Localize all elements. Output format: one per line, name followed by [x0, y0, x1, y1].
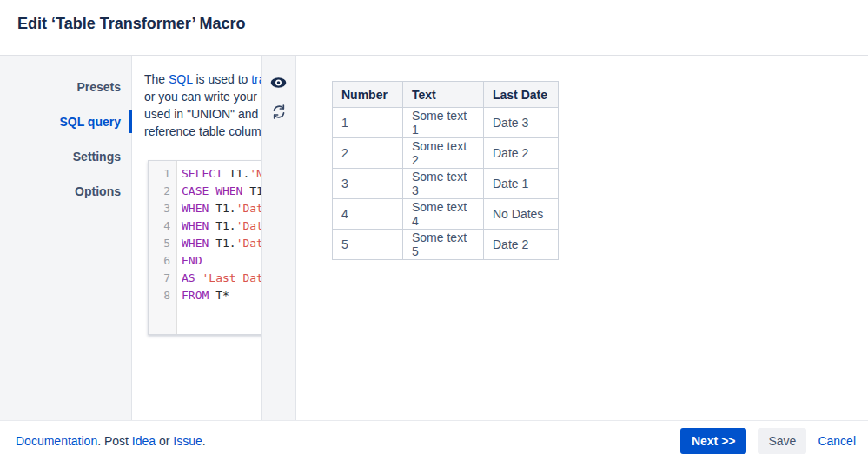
table-cell: Date 2: [484, 230, 559, 260]
sidebar-item-label: Options: [75, 184, 121, 198]
code-token: 'Date 2': [236, 219, 261, 232]
inline-link[interactable]: transform: [251, 72, 261, 86]
line-number: 5: [149, 235, 176, 252]
line-number: 4: [149, 217, 176, 235]
code-token: 'Date 1': [236, 202, 261, 215]
sidebar-tab-list: PresetsSQL querySettingsOptions: [0, 70, 131, 209]
eye-icon[interactable]: [269, 73, 288, 92]
static-text: The: [144, 72, 169, 86]
code-token: T1.: [242, 184, 261, 197]
code-token: SELECT: [182, 167, 222, 180]
line-numbers: 12345678: [149, 161, 177, 334]
sidebar-item-presets[interactable]: Presets: [0, 70, 131, 104]
table-header-cell: Number: [333, 82, 403, 108]
static-text: . Post: [97, 434, 132, 448]
preview-pane: NumberTextLast Date 1Some text 1Date 32S…: [297, 56, 868, 420]
footer-links: Documentation. Post Idea or Issue.: [16, 434, 206, 448]
sql-query-panel: The SQL is used to transformor you can w…: [132, 56, 261, 420]
code-token: T1.: [209, 202, 235, 215]
table-header-cell: Last Date: [484, 82, 559, 108]
sidebar-item-label: Settings: [73, 150, 121, 164]
table-cell: 4: [333, 199, 403, 230]
sidebar-item-sql-query[interactable]: SQL query: [0, 104, 131, 139]
sidebar-item-label: SQL query: [59, 115, 121, 129]
code-line: FROM T*: [182, 287, 261, 304]
code-line: SELECT T1.'Number': [182, 165, 261, 183]
code-token: AS: [182, 271, 195, 284]
sidebar: PresetsSQL querySettingsOptions: [0, 56, 132, 420]
table-cell: 2: [333, 138, 403, 169]
code-token: WHEN: [182, 237, 209, 250]
static-text: used in "UNION" and the: [144, 107, 261, 121]
code-line: END: [182, 252, 261, 270]
table-row: 5Some text 5Date 2: [333, 230, 559, 260]
table-cell: Some text 3: [403, 169, 484, 199]
code-token: FROM: [182, 289, 209, 302]
page-title: Edit ‘Table Transformer’ Macro: [17, 15, 245, 33]
table-cell: Some text 1: [403, 108, 484, 138]
code-token: WHEN: [182, 219, 209, 232]
macro-description: The SQL is used to transformor you can w…: [144, 70, 261, 140]
table-row: 3Some text 3Date 1: [333, 169, 559, 199]
line-number: 7: [149, 270, 176, 287]
code-token: [209, 184, 215, 197]
code-line: WHEN T1.'Date 2': [182, 217, 261, 235]
code-line: WHEN T1.'Date 1': [182, 200, 261, 217]
cancel-link[interactable]: Cancel: [818, 434, 856, 448]
table-cell: No Dates: [484, 199, 559, 230]
idea-link[interactable]: Idea: [132, 434, 156, 448]
inline-link[interactable]: SQL: [169, 72, 193, 86]
code-token: T1.: [222, 167, 249, 180]
refresh-icon[interactable]: [269, 102, 288, 121]
documentation-link[interactable]: Documentation: [16, 434, 97, 448]
code-token: T1.: [209, 219, 235, 232]
table-cell: Some text 4: [403, 199, 484, 230]
code-token: 'Last Date': [202, 271, 261, 284]
preview-table: NumberTextLast Date 1Some text 1Date 32S…: [332, 81, 559, 260]
code-token: WHEN: [182, 202, 209, 215]
dialog-header: Edit ‘Table Transformer’ Macro: [0, 0, 868, 55]
next-button[interactable]: Next >>: [680, 428, 747, 454]
issue-link[interactable]: Issue: [173, 434, 202, 448]
line-number: 2: [149, 183, 176, 200]
table-cell: Some text 2: [403, 138, 484, 169]
code-line: WHEN T1.'Date 3': [182, 235, 261, 252]
table-cell: Date 3: [484, 108, 559, 138]
code-token: T1.: [209, 237, 235, 250]
table-cell: 3: [333, 169, 403, 199]
sidebar-item-options[interactable]: Options: [0, 174, 131, 209]
static-text: or: [156, 434, 173, 448]
sql-code-editor[interactable]: 12345678 SELECT T1.'Number'CASE WHEN T1.…: [148, 160, 261, 335]
table-row: 2Some text 2Date 2: [333, 138, 559, 169]
editor-toolbar: [261, 56, 296, 420]
static-text: reference table columns: [144, 124, 261, 138]
table-row: 1Some text 1Date 3: [333, 108, 559, 138]
code-area[interactable]: SELECT T1.'Number'CASE WHEN T1.WHEN T1.'…: [177, 161, 261, 334]
line-number: 1: [149, 165, 176, 183]
code-token: CASE: [182, 184, 209, 197]
macro-editor-dialog: Edit ‘Table Transformer’ Macro PresetsSQ…: [0, 0, 868, 461]
static-text: or you can write your own: [144, 90, 261, 104]
static-text: .: [202, 434, 206, 448]
code-line: AS 'Last Date': [182, 270, 261, 287]
code-token: 'Number': [249, 167, 261, 180]
table-header-row: NumberTextLast Date: [333, 82, 559, 108]
table-cell: 1: [333, 108, 403, 138]
table-cell: 5: [333, 230, 403, 260]
code-token: END: [182, 254, 202, 267]
code-token: T*: [209, 289, 229, 302]
code-token: WHEN: [215, 184, 242, 197]
save-button[interactable]: Save: [758, 428, 806, 454]
table-row: 4Some text 4No Dates: [333, 199, 559, 230]
table-cell: Date 2: [484, 138, 559, 169]
sidebar-item-settings[interactable]: Settings: [0, 139, 131, 174]
line-number: 8: [149, 287, 176, 304]
code-token: 'Date 3': [236, 237, 261, 250]
code-line: CASE WHEN T1.: [182, 183, 261, 200]
table-header-cell: Text: [403, 82, 484, 108]
table-cell: Date 1: [484, 169, 559, 199]
dialog-body: PresetsSQL querySettingsOptions The SQL …: [0, 55, 868, 420]
sidebar-item-label: Presets: [76, 80, 121, 94]
footer-actions: Next >> Save Cancel: [680, 428, 856, 454]
dialog-footer: Documentation. Post Idea or Issue. Next …: [0, 420, 868, 461]
